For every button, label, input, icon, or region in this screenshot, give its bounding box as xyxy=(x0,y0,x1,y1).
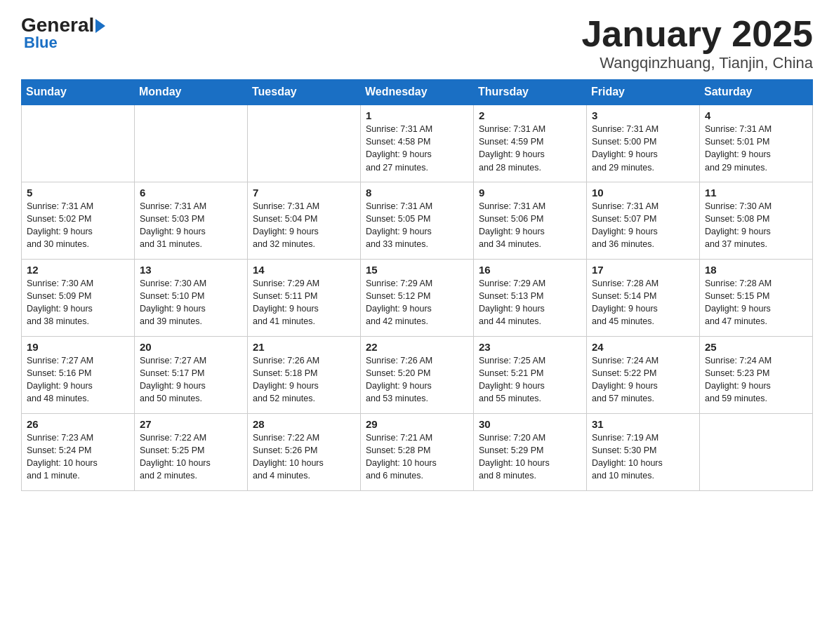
day-number: 16 xyxy=(479,264,581,276)
logo: General Blue xyxy=(21,14,105,52)
day-number: 21 xyxy=(253,341,355,353)
day-info: Sunrise: 7:30 AM Sunset: 5:08 PM Dayligh… xyxy=(705,200,807,251)
day-number: 9 xyxy=(479,187,581,199)
day-info: Sunrise: 7:29 AM Sunset: 5:12 PM Dayligh… xyxy=(366,277,468,328)
calendar-cell: 30Sunrise: 7:20 AM Sunset: 5:29 PM Dayli… xyxy=(474,413,587,490)
page-header: General Blue January 2025 Wangqinzhuang,… xyxy=(21,14,813,72)
day-info: Sunrise: 7:26 AM Sunset: 5:20 PM Dayligh… xyxy=(366,354,468,405)
day-info: Sunrise: 7:22 AM Sunset: 5:25 PM Dayligh… xyxy=(140,431,242,483)
calendar-cell: 26Sunrise: 7:23 AM Sunset: 5:24 PM Dayli… xyxy=(22,413,135,490)
day-number: 8 xyxy=(366,187,468,199)
day-number: 5 xyxy=(27,187,129,199)
calendar-table: SundayMondayTuesdayWednesdayThursdayFrid… xyxy=(21,79,813,491)
day-number: 4 xyxy=(705,109,807,121)
day-info: Sunrise: 7:31 AM Sunset: 5:06 PM Dayligh… xyxy=(479,200,581,251)
calendar-cell: 23Sunrise: 7:25 AM Sunset: 5:21 PM Dayli… xyxy=(474,336,587,413)
page-title: January 2025 xyxy=(581,14,813,54)
day-info: Sunrise: 7:31 AM Sunset: 5:00 PM Dayligh… xyxy=(592,123,694,174)
day-info: Sunrise: 7:29 AM Sunset: 5:11 PM Dayligh… xyxy=(253,277,355,328)
calendar-cell xyxy=(248,105,361,182)
calendar-cell: 9Sunrise: 7:31 AM Sunset: 5:06 PM Daylig… xyxy=(474,182,587,259)
page-subtitle: Wangqinzhuang, Tianjin, China xyxy=(581,54,813,72)
day-info: Sunrise: 7:31 AM Sunset: 4:58 PM Dayligh… xyxy=(366,123,468,174)
day-number: 22 xyxy=(366,341,468,353)
day-number: 28 xyxy=(253,418,355,430)
day-info: Sunrise: 7:31 AM Sunset: 4:59 PM Dayligh… xyxy=(479,123,581,174)
day-number: 14 xyxy=(253,264,355,276)
calendar-cell: 11Sunrise: 7:30 AM Sunset: 5:08 PM Dayli… xyxy=(700,182,813,259)
weekday-header-wednesday: Wednesday xyxy=(361,80,474,105)
day-number: 26 xyxy=(27,418,129,430)
day-info: Sunrise: 7:31 AM Sunset: 5:01 PM Dayligh… xyxy=(705,123,807,174)
calendar-cell: 21Sunrise: 7:26 AM Sunset: 5:18 PM Dayli… xyxy=(248,336,361,413)
calendar-cell: 29Sunrise: 7:21 AM Sunset: 5:28 PM Dayli… xyxy=(361,413,474,490)
calendar-week-row: 19Sunrise: 7:27 AM Sunset: 5:16 PM Dayli… xyxy=(22,336,813,413)
day-number: 19 xyxy=(27,341,129,353)
day-number: 27 xyxy=(140,418,242,430)
title-block: January 2025 Wangqinzhuang, Tianjin, Chi… xyxy=(581,14,813,72)
weekday-header-row: SundayMondayTuesdayWednesdayThursdayFrid… xyxy=(22,80,813,105)
day-info: Sunrise: 7:30 AM Sunset: 5:09 PM Dayligh… xyxy=(27,277,129,328)
day-number: 17 xyxy=(592,264,694,276)
weekday-header-tuesday: Tuesday xyxy=(248,80,361,105)
weekday-header-saturday: Saturday xyxy=(700,80,813,105)
calendar-cell: 16Sunrise: 7:29 AM Sunset: 5:13 PM Dayli… xyxy=(474,259,587,336)
day-info: Sunrise: 7:24 AM Sunset: 5:23 PM Dayligh… xyxy=(705,354,807,405)
logo-arrow-icon xyxy=(95,19,105,33)
day-number: 10 xyxy=(592,187,694,199)
calendar-cell: 28Sunrise: 7:22 AM Sunset: 5:26 PM Dayli… xyxy=(248,413,361,490)
calendar-cell: 4Sunrise: 7:31 AM Sunset: 5:01 PM Daylig… xyxy=(700,105,813,182)
calendar-week-row: 12Sunrise: 7:30 AM Sunset: 5:09 PM Dayli… xyxy=(22,259,813,336)
calendar-cell: 18Sunrise: 7:28 AM Sunset: 5:15 PM Dayli… xyxy=(700,259,813,336)
day-info: Sunrise: 7:22 AM Sunset: 5:26 PM Dayligh… xyxy=(253,431,355,483)
day-info: Sunrise: 7:24 AM Sunset: 5:22 PM Dayligh… xyxy=(592,354,694,405)
day-number: 24 xyxy=(592,341,694,353)
day-info: Sunrise: 7:25 AM Sunset: 5:21 PM Dayligh… xyxy=(479,354,581,405)
day-number: 18 xyxy=(705,264,807,276)
calendar-cell: 14Sunrise: 7:29 AM Sunset: 5:11 PM Dayli… xyxy=(248,259,361,336)
calendar-week-row: 26Sunrise: 7:23 AM Sunset: 5:24 PM Dayli… xyxy=(22,413,813,490)
day-number: 13 xyxy=(140,264,242,276)
day-info: Sunrise: 7:19 AM Sunset: 5:30 PM Dayligh… xyxy=(592,431,694,483)
day-number: 20 xyxy=(140,341,242,353)
calendar-cell xyxy=(700,413,813,490)
weekday-header-monday: Monday xyxy=(135,80,248,105)
calendar-cell: 8Sunrise: 7:31 AM Sunset: 5:05 PM Daylig… xyxy=(361,182,474,259)
calendar-cell: 31Sunrise: 7:19 AM Sunset: 5:30 PM Dayli… xyxy=(587,413,700,490)
calendar-cell xyxy=(22,105,135,182)
day-number: 15 xyxy=(366,264,468,276)
day-number: 11 xyxy=(705,187,807,199)
day-info: Sunrise: 7:30 AM Sunset: 5:10 PM Dayligh… xyxy=(140,277,242,328)
calendar-week-row: 5Sunrise: 7:31 AM Sunset: 5:02 PM Daylig… xyxy=(22,182,813,259)
day-number: 3 xyxy=(592,109,694,121)
calendar-cell: 27Sunrise: 7:22 AM Sunset: 5:25 PM Dayli… xyxy=(135,413,248,490)
day-number: 12 xyxy=(27,264,129,276)
day-info: Sunrise: 7:31 AM Sunset: 5:05 PM Dayligh… xyxy=(366,200,468,251)
calendar-cell: 2Sunrise: 7:31 AM Sunset: 4:59 PM Daylig… xyxy=(474,105,587,182)
day-info: Sunrise: 7:28 AM Sunset: 5:15 PM Dayligh… xyxy=(705,277,807,328)
day-info: Sunrise: 7:28 AM Sunset: 5:14 PM Dayligh… xyxy=(592,277,694,328)
calendar-cell: 15Sunrise: 7:29 AM Sunset: 5:12 PM Dayli… xyxy=(361,259,474,336)
day-number: 2 xyxy=(479,109,581,121)
calendar-cell: 24Sunrise: 7:24 AM Sunset: 5:22 PM Dayli… xyxy=(587,336,700,413)
day-number: 7 xyxy=(253,187,355,199)
calendar-cell: 6Sunrise: 7:31 AM Sunset: 5:03 PM Daylig… xyxy=(135,182,248,259)
calendar-cell: 19Sunrise: 7:27 AM Sunset: 5:16 PM Dayli… xyxy=(22,336,135,413)
calendar-cell: 3Sunrise: 7:31 AM Sunset: 5:00 PM Daylig… xyxy=(587,105,700,182)
calendar-cell xyxy=(135,105,248,182)
calendar-cell: 25Sunrise: 7:24 AM Sunset: 5:23 PM Dayli… xyxy=(700,336,813,413)
day-number: 25 xyxy=(705,341,807,353)
day-number: 1 xyxy=(366,109,468,121)
weekday-header-sunday: Sunday xyxy=(22,80,135,105)
day-number: 30 xyxy=(479,418,581,430)
day-number: 29 xyxy=(366,418,468,430)
day-info: Sunrise: 7:27 AM Sunset: 5:16 PM Dayligh… xyxy=(27,354,129,405)
day-info: Sunrise: 7:29 AM Sunset: 5:13 PM Dayligh… xyxy=(479,277,581,328)
calendar-cell: 22Sunrise: 7:26 AM Sunset: 5:20 PM Dayli… xyxy=(361,336,474,413)
calendar-cell: 1Sunrise: 7:31 AM Sunset: 4:58 PM Daylig… xyxy=(361,105,474,182)
day-number: 6 xyxy=(140,187,242,199)
weekday-header-thursday: Thursday xyxy=(474,80,587,105)
logo-blue: Blue xyxy=(24,34,58,52)
weekday-header-friday: Friday xyxy=(587,80,700,105)
calendar-cell: 10Sunrise: 7:31 AM Sunset: 5:07 PM Dayli… xyxy=(587,182,700,259)
